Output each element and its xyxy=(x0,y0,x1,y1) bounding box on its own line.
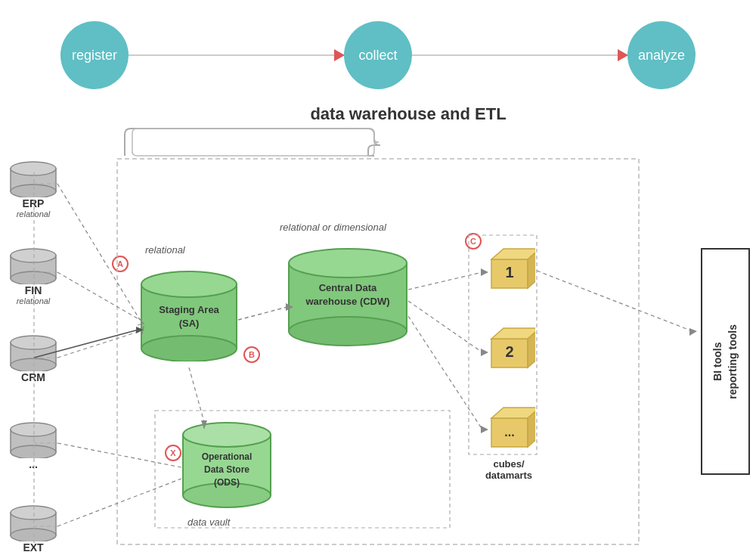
svg-text:2: 2 xyxy=(505,343,513,360)
svg-text:(ODS): (ODS) xyxy=(214,477,240,488)
analyze-node: analyze xyxy=(627,21,696,89)
svg-line-49 xyxy=(238,307,287,320)
register-node: register xyxy=(60,21,129,89)
badge-x: X xyxy=(165,445,181,461)
bi-tools-label: BI tools reporting tools xyxy=(711,324,740,399)
etl-title: data warehouse and ETL xyxy=(121,104,696,124)
badge-c: C xyxy=(465,233,482,250)
svg-text:(SA): (SA) xyxy=(179,318,200,329)
arrow-2 xyxy=(412,54,627,56)
cube-1: 1 xyxy=(484,244,535,299)
svg-marker-62 xyxy=(689,328,697,336)
svg-line-51 xyxy=(189,367,204,422)
collect-node: collect xyxy=(344,21,412,89)
arrowhead-2 xyxy=(618,49,628,61)
svg-point-2 xyxy=(11,185,56,197)
brace-svg xyxy=(117,127,631,157)
svg-text:1: 1 xyxy=(505,264,513,281)
svg-point-8 xyxy=(11,358,56,371)
source-erp: ERP relational xyxy=(9,161,57,219)
cube-dots: ... xyxy=(484,403,535,457)
source-ext: EXT xyxy=(9,505,57,552)
relational-staging-label: relational xyxy=(145,244,185,256)
badge-a: A xyxy=(112,256,129,272)
svg-point-14 xyxy=(11,529,56,541)
source-fin: FIN relational xyxy=(9,248,57,305)
arrowhead-1 xyxy=(334,49,345,61)
staging-area: Staging Area (SA) xyxy=(140,271,238,364)
source-crm: CRM xyxy=(9,335,57,383)
register-label: register xyxy=(72,48,117,64)
svg-point-13 xyxy=(11,506,56,519)
svg-point-16 xyxy=(141,271,237,297)
bi-line2: reporting tools xyxy=(727,324,739,399)
svg-line-56 xyxy=(408,301,482,352)
cube-2: 2 xyxy=(484,324,535,378)
crm-label: CRM xyxy=(9,371,57,383)
svg-line-46 xyxy=(57,331,140,358)
svg-text:Staging Area: Staging Area xyxy=(159,304,219,315)
svg-text:warehouse (CDW): warehouse (CDW) xyxy=(305,296,389,307)
line-2 xyxy=(412,54,627,56)
erp-label: ERP xyxy=(9,197,57,209)
svg-point-11 xyxy=(11,445,56,458)
arrow-1 xyxy=(129,54,344,56)
svg-text:Data Store: Data Store xyxy=(204,464,249,475)
diagram-area: data warehouse and ETL ERP relational FI… xyxy=(0,97,756,552)
collect-label: collect xyxy=(358,48,397,64)
svg-text:Central Data: Central Data xyxy=(319,282,377,293)
ext-label: EXT xyxy=(9,541,57,552)
bi-line1: BI tools xyxy=(711,342,723,380)
svg-point-22 xyxy=(289,317,407,346)
data-vault-label: data vault xyxy=(187,516,230,528)
ods: Operational Data Store (ODS) xyxy=(181,422,272,512)
erp-sublabel: relational xyxy=(9,209,57,219)
svg-line-61 xyxy=(537,271,692,331)
svg-point-5 xyxy=(11,271,56,284)
svg-line-47 xyxy=(57,443,181,467)
source-dots: ... xyxy=(9,422,57,470)
cubes-datamarts-label: cubes/datamarts xyxy=(475,458,543,481)
line-1 xyxy=(129,54,344,56)
svg-text:...: ... xyxy=(504,426,514,439)
fin-sublabel: relational xyxy=(9,296,57,305)
dots-label: ... xyxy=(9,458,57,470)
svg-point-10 xyxy=(11,423,56,436)
fin-label: FIN xyxy=(9,284,57,296)
svg-line-45 xyxy=(57,272,140,320)
bi-tools-box: BI tools reporting tools xyxy=(701,248,750,475)
svg-point-1 xyxy=(11,162,56,175)
pipeline-row: register collect analyze xyxy=(0,0,756,89)
svg-point-17 xyxy=(141,336,237,361)
svg-point-21 xyxy=(289,249,407,278)
badge-b: B xyxy=(243,346,260,363)
analyze-label: analyze xyxy=(638,48,685,64)
svg-point-4 xyxy=(11,249,56,262)
relational-dimensional-label: relational or dimensional xyxy=(280,222,386,233)
svg-point-26 xyxy=(183,423,271,447)
cdw: Central Data warehouse (CDW) xyxy=(287,248,408,349)
svg-line-44 xyxy=(57,184,140,320)
svg-line-54 xyxy=(408,272,482,290)
svg-point-7 xyxy=(11,336,56,349)
svg-line-48 xyxy=(57,479,181,526)
svg-line-58 xyxy=(408,316,482,430)
svg-text:Operational: Operational xyxy=(202,451,253,462)
